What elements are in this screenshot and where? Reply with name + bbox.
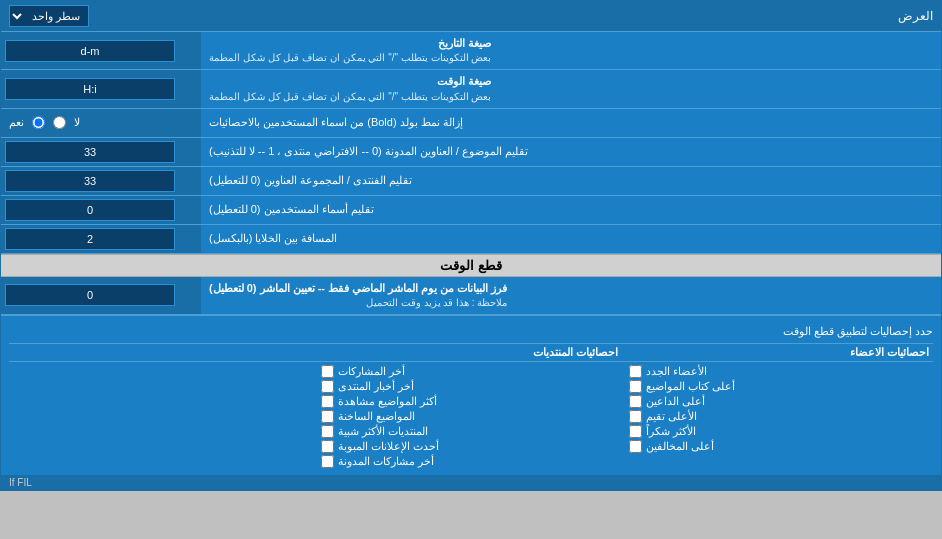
checkbox-c2-2-label: أعلى الداعين — [646, 395, 705, 408]
checkbox-c1-5[interactable] — [321, 440, 334, 453]
checkbox-c1-3-label: المواضيع الساخنة — [338, 410, 415, 423]
checkbox-c1-2[interactable] — [321, 395, 334, 408]
checkbox-col-1: أخر المشاركات أخر أخبار المنتدى أكثر الم… — [317, 362, 625, 471]
footer-text: If FIL — [1, 475, 941, 490]
checkbox-row-c1-1: أخر أخبار المنتدى — [321, 379, 621, 394]
forum-title-row: تقليم الموضوع / العناوين المدونة (0 -- ا… — [1, 138, 941, 167]
forum-title-label: تقليم الموضوع / العناوين المدونة (0 -- ا… — [201, 138, 941, 166]
checkbox-c1-3[interactable] — [321, 410, 334, 423]
checkbox-c2-4-label: الأكثر شكراً — [646, 425, 696, 438]
time-format-row: صيغة الوقت بعض التكوينات يتطلب "/" التي … — [1, 70, 941, 108]
checkboxes-section: حدد إحصاليات لتطبيق قطع الوقت احصائيات ا… — [1, 315, 941, 475]
checkbox-c1-1-label: أخر أخبار المنتدى — [338, 380, 414, 393]
radio-yes-label: نعم — [9, 116, 24, 129]
checkbox-row-c1-3: المواضيع الساخنة — [321, 409, 621, 424]
checkboxes-header-label: حدد إحصاليات لتطبيق قطع الوقت — [9, 325, 933, 338]
forum-title-input-cell — [1, 138, 201, 166]
checkbox-row-c1-5: أحدث الإعلانات المبوبة — [321, 439, 621, 454]
bold-remove-label: إزالة نمط بولد (Bold) من اسماء المستخدمي… — [201, 109, 941, 137]
radio-no[interactable] — [53, 116, 66, 129]
checkbox-row-c2-1: أعلى كتاب المواضيع — [629, 379, 929, 394]
checkbox-c1-0-label: أخر المشاركات — [338, 365, 405, 378]
time-format-input-cell — [1, 75, 201, 103]
top-row: العرض سطر واحدسطرينثلاثة أسطر — [1, 1, 941, 32]
col2-title: احصائيات الاعضاء — [622, 346, 933, 359]
realtime-input-cell — [1, 281, 201, 309]
date-format-label: صيغة التاريخ بعض التكوينات يتطلب "/" الت… — [201, 32, 941, 69]
radio-yes[interactable] — [32, 116, 45, 129]
checkbox-row-c1-0: أخر المشاركات — [321, 364, 621, 379]
user-names-input-cell — [1, 196, 201, 224]
checkbox-c2-4[interactable] — [629, 425, 642, 438]
realtime-label: فرز البيانات من يوم الماشر الماضي فقط --… — [201, 277, 941, 314]
realtime-row: فرز البيانات من يوم الماشر الماضي فقط --… — [1, 277, 941, 315]
forum-group-row: تقليم الفنتدى / المجموعة العناوين (0 للت… — [1, 167, 941, 196]
user-names-row: تقليم أسماء المستخدمين (0 للتعطيل) — [1, 196, 941, 225]
cell-spacing-row: المسافة بين الخلايا (بالبكسل) — [1, 225, 941, 254]
checkbox-row-c2-2: أعلى الداعين — [629, 394, 929, 409]
display-select[interactable]: سطر واحدسطرينثلاثة أسطر — [9, 5, 89, 27]
time-format-label: صيغة الوقت بعض التكوينات يتطلب "/" التي … — [201, 70, 941, 107]
checkbox-c1-2-label: أكثر المواضيع مشاهدة — [338, 395, 437, 408]
checkbox-c1-5-label: أحدث الإعلانات المبوبة — [338, 440, 439, 453]
forum-title-input[interactable] — [5, 141, 175, 163]
bold-remove-row: إزالة نمط بولد (Bold) من اسماء المستخدمي… — [1, 109, 941, 138]
date-format-row: صيغة التاريخ بعض التكوينات يتطلب "/" الت… — [1, 32, 941, 70]
checkbox-c1-0[interactable] — [321, 365, 334, 378]
realtime-input[interactable] — [5, 284, 175, 306]
checkbox-c1-6-label: أخر مشاركات المدونة — [338, 455, 434, 468]
checkbox-c2-5-label: أعلى المخالفين — [646, 440, 714, 453]
top-label: العرض — [898, 9, 933, 23]
main-container: العرض سطر واحدسطرينثلاثة أسطر صيغة التار… — [0, 0, 942, 491]
checkbox-c1-4-label: المنتديات الأكثر شبية — [338, 425, 428, 438]
checkbox-c2-3-label: الأعلى تقيم — [646, 410, 697, 423]
bold-remove-radio-cell: لا نعم — [1, 109, 201, 137]
cell-spacing-label: المسافة بين الخلايا (بالبكسل) — [201, 225, 941, 253]
date-format-input-cell — [1, 37, 201, 65]
checkbox-c1-4[interactable] — [321, 425, 334, 438]
forum-group-label: تقليم الفنتدى / المجموعة العناوين (0 للت… — [201, 167, 941, 195]
checkbox-row-c1-6: أخر مشاركات المدونة — [321, 454, 621, 469]
realtime-section-title: قطع الوقت — [1, 254, 941, 277]
checkbox-row-c1-4: المنتديات الأكثر شبية — [321, 424, 621, 439]
radio-no-label: لا — [74, 116, 80, 129]
checkbox-c2-2[interactable] — [629, 395, 642, 408]
cell-spacing-input-cell — [1, 225, 201, 253]
forum-group-input[interactable] — [5, 170, 175, 192]
checkbox-row-c2-0: الأعضاء الجدد — [629, 364, 929, 379]
checkboxes-col-titles: احصائيات الاعضاء احصائيات المنتديات — [9, 344, 933, 362]
checkbox-c2-5[interactable] — [629, 440, 642, 453]
checkbox-c1-1[interactable] — [321, 380, 334, 393]
checkbox-c1-6[interactable] — [321, 455, 334, 468]
forum-group-input-cell — [1, 167, 201, 195]
checkbox-col-3 — [9, 362, 317, 471]
time-format-input[interactable] — [5, 78, 175, 100]
user-names-label: تقليم أسماء المستخدمين (0 للتعطيل) — [201, 196, 941, 224]
checkbox-row-c1-2: أكثر المواضيع مشاهدة — [321, 394, 621, 409]
checkbox-c2-1-label: أعلى كتاب المواضيع — [646, 380, 735, 393]
col3-spacer — [9, 346, 312, 359]
checkbox-col-2: الأعضاء الجدد أعلى كتاب المواضيع أعلى ال… — [625, 362, 933, 471]
user-names-input[interactable] — [5, 199, 175, 221]
checkbox-c2-3[interactable] — [629, 410, 642, 423]
col1-title: احصائيات المنتديات — [312, 346, 623, 359]
checkbox-row-c2-5: أعلى المخالفين — [629, 439, 929, 454]
checkboxes-header: حدد إحصاليات لتطبيق قطع الوقت — [9, 320, 933, 344]
checkbox-c2-0-label: الأعضاء الجدد — [646, 365, 707, 378]
checkbox-c2-1[interactable] — [629, 380, 642, 393]
checkbox-row-c2-4: الأكثر شكراً — [629, 424, 929, 439]
checkbox-row-c2-3: الأعلى تقيم — [629, 409, 929, 424]
checkboxes-columns: الأعضاء الجدد أعلى كتاب المواضيع أعلى ال… — [9, 362, 933, 471]
checkbox-c2-0[interactable] — [629, 365, 642, 378]
date-format-input[interactable] — [5, 40, 175, 62]
cell-spacing-input[interactable] — [5, 228, 175, 250]
